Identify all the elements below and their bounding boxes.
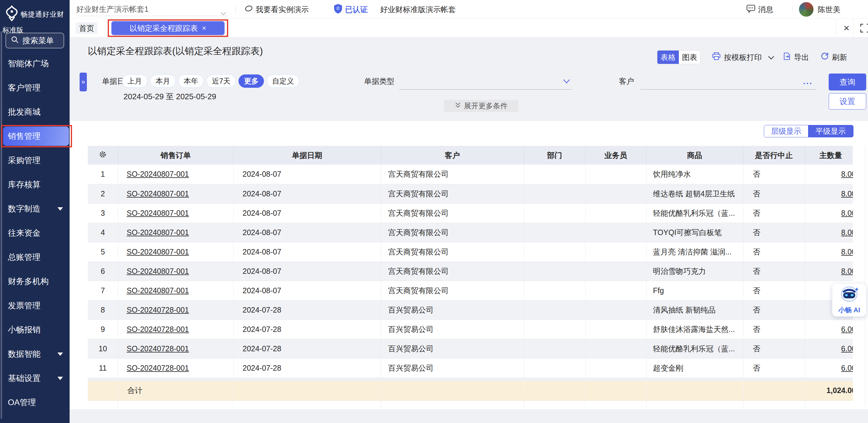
sidebar-item[interactable]: 数据智能	[0, 342, 70, 366]
sales-order-link[interactable]: SO-20240807-001	[127, 170, 189, 178]
total-cell	[585, 381, 646, 400]
table-row: 2SO-20240807-0012024-08-07宫天商贸有限公司维达卷纸 超…	[88, 184, 853, 203]
sidebar-item[interactable]: 销售管理	[0, 124, 70, 148]
sales-order-link[interactable]: SO-20240807-001	[127, 286, 189, 295]
account-set-selector[interactable]: 好业财生产演示帐套1	[76, 3, 228, 16]
sidebar-item[interactable]: 库存核算	[0, 172, 70, 197]
main-qty-link[interactable]: 8.00	[841, 248, 853, 256]
sales-order-link[interactable]: SO-20240728-001	[127, 344, 189, 353]
settings-button[interactable]: 设置	[829, 93, 866, 109]
sales-order-link[interactable]: SO-20240728-001	[127, 325, 189, 333]
chevron-down-icon	[768, 53, 774, 62]
row-number-cell: 7	[88, 281, 118, 300]
total-cell	[524, 381, 585, 400]
messages-label: 消息	[758, 4, 773, 14]
display-flat-button[interactable]: 平级显示	[808, 125, 853, 137]
query-button[interactable]: 查询	[829, 73, 866, 91]
display-hierarchy-button[interactable]: 层级显示	[764, 125, 808, 137]
sales-order-link[interactable]: SO-20240807-001	[127, 209, 189, 217]
sidebar-item[interactable]: 采购管理	[0, 148, 70, 172]
column-header[interactable]: 销售订单	[118, 146, 234, 165]
sales-order-cell: SO-20240728-001	[118, 320, 234, 339]
expand-more-conditions-button[interactable]: 展开更多条件	[444, 100, 519, 112]
divider	[836, 19, 836, 37]
main-qty-cell: 8.00	[805, 184, 853, 203]
sidebar-item-label: 总账管理	[8, 253, 40, 262]
main-qty-cell: 8.00	[805, 242, 853, 261]
date-option-pill[interactable]: 近7天	[207, 74, 236, 88]
column-header[interactable]: 业务员	[585, 146, 646, 165]
sidebar-item[interactable]: 总账管理	[0, 245, 70, 269]
sidebar-item-label: 数字制造	[8, 204, 40, 213]
column-header[interactable]: 是否行中止	[743, 146, 805, 165]
tab-active-report[interactable]: 以销定采全程跟踪表 ×	[112, 21, 224, 35]
ai-assistant-button[interactable]: 小畅 AI	[832, 284, 866, 317]
gear-icon[interactable]	[99, 151, 107, 159]
row-number-cell: 9	[88, 320, 118, 339]
main-qty-link[interactable]: 6.00	[841, 325, 853, 333]
sidebar-item[interactable]: 数字制造	[0, 197, 70, 221]
sales-order-link[interactable]: SO-20240807-001	[127, 248, 189, 256]
demo-link[interactable]: 我要看实例演示	[245, 0, 309, 19]
messages-button[interactable]: 消息	[746, 0, 773, 19]
salesperson-cell	[585, 261, 646, 281]
date-option-pill[interactable]: 本年	[178, 74, 204, 88]
refresh-button[interactable]: 刷新	[820, 50, 847, 64]
row-number-cell: 4	[88, 223, 118, 242]
column-header[interactable]: 主数量	[805, 146, 853, 165]
customer-picker-ellipsis[interactable]: ...	[803, 77, 813, 86]
date-option-pill[interactable]: 本月	[150, 74, 176, 88]
partial-cell	[805, 378, 853, 381]
table-scrollbar-track[interactable]	[865, 146, 865, 406]
customer-input[interactable]: ...	[641, 74, 816, 90]
close-all-tabs-icon[interactable]: ×	[840, 19, 853, 37]
main-qty-link[interactable]: 8.00	[841, 267, 853, 275]
column-header[interactable]: 商品	[646, 146, 743, 165]
sidebar-item[interactable]: 财务多机构	[0, 269, 70, 293]
menu-search-input[interactable]: 搜索菜单	[5, 33, 64, 48]
view-toggle-table[interactable]: 表格	[657, 51, 679, 64]
main-qty-link[interactable]: 8.00	[841, 170, 853, 178]
export-button[interactable]: 导出	[782, 50, 809, 64]
printer-icon	[712, 52, 721, 63]
column-settings-header	[88, 146, 118, 165]
date-range-value[interactable]: 2024-05-29 至 2025-05-29	[123, 91, 216, 102]
sidebar-item[interactable]: OA管理	[0, 390, 70, 415]
tab-home[interactable]: 首页	[76, 22, 97, 34]
report-panel: 层级显示 平级显示 销售订单单据日期客户部门业务员商品是否行中止主数量1SO-2…	[70, 121, 868, 409]
collapse-filter-button[interactable]: »	[80, 73, 87, 91]
sidebar-scrollbar[interactable]	[1, 31, 2, 419]
sidebar-item[interactable]: 往来资金	[0, 221, 70, 245]
column-header[interactable]: 部门	[524, 146, 585, 165]
column-header[interactable]: 单据日期	[234, 146, 381, 165]
sidebar-item[interactable]: 基础设置	[0, 366, 70, 390]
print-by-template-button[interactable]: 按模板打印	[712, 50, 774, 64]
main-qty-link[interactable]: 8.00	[841, 228, 853, 237]
sales-order-link[interactable]: SO-20240807-001	[127, 267, 189, 275]
main-qty-link[interactable]: 6.00	[841, 364, 853, 372]
column-header[interactable]: 客户	[381, 146, 524, 165]
sales-order-link[interactable]: SO-20240807-001	[127, 189, 189, 198]
sidebar-item[interactable]: 客户管理	[0, 76, 70, 100]
view-toggle-chart[interactable]: 图表	[679, 51, 700, 64]
sales-order-link[interactable]: SO-20240807-001	[127, 228, 189, 237]
sidebar-item[interactable]: 发票管理	[0, 293, 70, 318]
sidebar-item[interactable]: 小畅报销	[0, 318, 70, 342]
main-qty-link[interactable]: 8.00	[841, 209, 853, 217]
fullscreen-icon[interactable]	[860, 24, 868, 34]
sales-order-link[interactable]: SO-20240728-001	[127, 364, 189, 372]
row-number-cell: 8	[88, 300, 118, 320]
tab-close-icon[interactable]: ×	[202, 24, 206, 32]
certified-badge[interactable]: 企 已认证	[334, 0, 368, 19]
date-option-pill[interactable]: 自定义	[267, 74, 299, 88]
user-avatar[interactable]	[799, 2, 813, 17]
main-qty-link[interactable]: 6.00	[841, 344, 853, 353]
sales-order-link[interactable]: SO-20240728-001	[127, 305, 189, 314]
sidebar-item[interactable]: 智能体广场	[0, 52, 70, 76]
date-option-pill[interactable]: 上月	[122, 74, 147, 88]
date-option-pill[interactable]: 更多	[239, 74, 264, 88]
doc-type-select[interactable]	[399, 74, 572, 90]
main-qty-link[interactable]: 8.00	[841, 189, 853, 198]
row-number-cell: 11	[88, 358, 118, 378]
sidebar-item[interactable]: 批发商城	[0, 100, 70, 124]
